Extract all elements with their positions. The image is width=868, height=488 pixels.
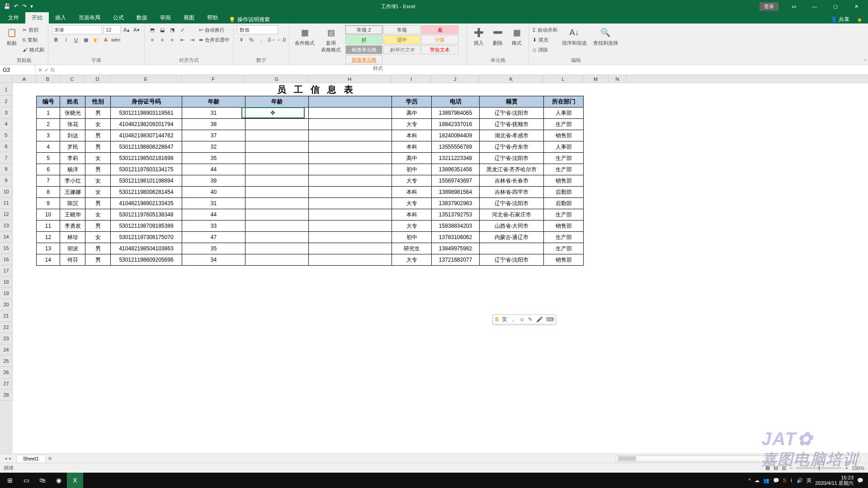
copy-button[interactable]: ⎘ 复制 bbox=[23, 35, 44, 44]
percent-icon[interactable]: % bbox=[247, 36, 255, 44]
table-cell[interactable]: 生产部 bbox=[544, 232, 584, 243]
col-header[interactable]: G bbox=[245, 75, 308, 83]
row-header[interactable]: 7 bbox=[0, 152, 13, 164]
zoom-slider[interactable] bbox=[796, 467, 841, 469]
table-cell[interactable]: 女 bbox=[85, 119, 111, 130]
find-select-button[interactable]: 🔍查找和选择 bbox=[591, 25, 620, 47]
table-cell[interactable]: 辽宁省-丹东市 bbox=[480, 141, 544, 153]
cells-area[interactable]: 员 工 信 息 表 编号姓名性别身份证号码年龄年龄学历电话籍贯所在部门1张晓光男… bbox=[13, 83, 868, 454]
col-header[interactable]: D bbox=[85, 75, 110, 83]
table-cell[interactable]: 530121198709185389 bbox=[111, 221, 182, 232]
tab-file[interactable]: 文件 bbox=[2, 12, 25, 23]
table-cell[interactable] bbox=[245, 153, 309, 164]
tab-formulas[interactable]: 公式 bbox=[107, 12, 130, 23]
row-header[interactable]: 2 bbox=[0, 96, 13, 107]
italic-button[interactable]: I bbox=[62, 36, 70, 44]
save-icon[interactable]: 💾 bbox=[4, 3, 10, 9]
table-cell[interactable]: 后勤部 bbox=[544, 187, 584, 198]
table-cell[interactable]: 内蒙古-通辽市 bbox=[480, 232, 544, 243]
table-cell[interactable] bbox=[309, 254, 392, 266]
style-bad[interactable]: 差 bbox=[421, 25, 458, 34]
table-cell[interactable] bbox=[309, 209, 392, 221]
row-header[interactable]: 19 bbox=[0, 288, 13, 299]
table-cell[interactable]: 山西省-大同市 bbox=[480, 221, 544, 232]
sheet-nav-last-icon[interactable]: ▸ bbox=[9, 455, 12, 461]
row-header[interactable]: 1 bbox=[0, 83, 13, 96]
col-header[interactable]: A bbox=[13, 75, 36, 83]
table-cell[interactable]: 530121197603134175 bbox=[111, 164, 182, 175]
table-cell[interactable]: 4 bbox=[37, 141, 60, 153]
table-cell[interactable]: 13211223348 bbox=[432, 153, 480, 164]
table-cell[interactable] bbox=[309, 130, 392, 141]
phonetic-button[interactable]: wén bbox=[112, 36, 120, 44]
table-cell[interactable] bbox=[245, 209, 309, 221]
align-top-icon[interactable]: ⬒ bbox=[148, 26, 156, 34]
comma-icon[interactable]: , bbox=[257, 36, 265, 44]
table-cell[interactable] bbox=[245, 164, 309, 175]
table-cell[interactable]: 王晓华 bbox=[60, 209, 85, 221]
col-header[interactable]: E bbox=[110, 75, 182, 83]
table-cell[interactable]: 530121197308175070 bbox=[111, 232, 182, 243]
tray-network-icon[interactable]: 🔊 bbox=[797, 478, 803, 483]
table-cell[interactable] bbox=[245, 221, 309, 232]
table-cell[interactable]: 罗民 bbox=[60, 141, 85, 153]
tray-ime-icon[interactable]: 英 bbox=[807, 477, 811, 484]
ime-toolbar[interactable]: S 英 ， ☺ ✎ 🎤 ⌨ bbox=[493, 314, 556, 324]
tab-layout[interactable]: 页面布局 bbox=[72, 12, 107, 23]
style-explain[interactable]: 解释性文本 bbox=[383, 45, 420, 54]
table-cell[interactable]: 530121197605138348 bbox=[111, 209, 182, 221]
table-cell[interactable]: 33 bbox=[182, 221, 245, 232]
table-cell[interactable]: 生产部 bbox=[544, 209, 584, 221]
tab-review[interactable]: 审阅 bbox=[154, 12, 177, 23]
table-cell[interactable]: 男 bbox=[85, 141, 111, 153]
table-cell[interactable]: 38 bbox=[182, 119, 245, 130]
table-cell[interactable] bbox=[245, 108, 309, 119]
task-view-icon[interactable]: ▭ bbox=[18, 473, 34, 488]
table-cell[interactable]: 1 bbox=[37, 108, 60, 119]
table-cell[interactable]: 13 bbox=[37, 243, 60, 254]
row-header[interactable]: 6 bbox=[0, 141, 13, 152]
table-cell[interactable]: 15838834203 bbox=[432, 221, 480, 232]
paste-button[interactable]: 📋 粘贴 bbox=[4, 25, 20, 47]
row-header[interactable]: 18 bbox=[0, 277, 13, 288]
ime-punct[interactable]: ， bbox=[510, 316, 516, 324]
sort-filter-button[interactable]: A↓排序和筛选 bbox=[560, 25, 589, 47]
name-box[interactable]: G3 bbox=[0, 65, 35, 75]
table-cell[interactable]: 530121198808228647 bbox=[111, 141, 182, 153]
table-header-cell[interactable]: 籍贯 bbox=[480, 96, 544, 108]
table-cell[interactable]: 7 bbox=[37, 175, 60, 187]
table-cell[interactable]: 杨洋 bbox=[60, 164, 85, 175]
store-icon[interactable]: 🛍 bbox=[34, 473, 51, 488]
row-header[interactable]: 9 bbox=[0, 175, 13, 186]
table-cell[interactable]: 辽宁省-沈阳市 bbox=[480, 198, 544, 209]
tab-help[interactable]: 帮助 bbox=[201, 12, 224, 23]
redo-icon[interactable]: ↷ bbox=[22, 3, 27, 9]
row-header[interactable]: 12 bbox=[0, 209, 13, 220]
underline-button[interactable]: U bbox=[72, 36, 80, 44]
table-cell[interactable] bbox=[245, 175, 309, 187]
table-cell[interactable] bbox=[245, 130, 309, 141]
table-cell[interactable]: 男 bbox=[85, 243, 111, 254]
cancel-formula-icon[interactable]: ✕ bbox=[38, 67, 42, 73]
tray-wechat-icon[interactable]: 💬 bbox=[773, 478, 779, 483]
chrome-icon[interactable]: ◉ bbox=[51, 473, 67, 488]
table-header-cell[interactable]: 编号 bbox=[37, 96, 60, 108]
scroll-thumb[interactable] bbox=[618, 456, 636, 461]
table-cell[interactable]: 男 bbox=[85, 164, 111, 175]
table-cell[interactable]: 40 bbox=[182, 187, 245, 198]
sheet-tab[interactable]: Sheet1 bbox=[16, 455, 46, 462]
table-cell[interactable]: 女 bbox=[85, 232, 111, 243]
row-header[interactable]: 15 bbox=[0, 243, 13, 254]
row-header[interactable]: 16 bbox=[0, 254, 13, 265]
table-cell[interactable]: 13897984065 bbox=[432, 108, 480, 119]
row-header[interactable]: 8 bbox=[0, 164, 13, 175]
table-cell[interactable]: 大专 bbox=[392, 119, 432, 130]
table-cell[interactable] bbox=[245, 243, 309, 254]
row-header[interactable]: 28 bbox=[0, 389, 13, 401]
table-cell[interactable]: 后勤部 bbox=[544, 198, 584, 209]
smiley-icon[interactable]: ☻ bbox=[857, 17, 863, 23]
table-header-cell[interactable]: 学历 bbox=[392, 96, 432, 108]
fx-icon[interactable]: fx bbox=[51, 67, 55, 73]
table-cell[interactable]: 男 bbox=[85, 130, 111, 141]
table-cell[interactable]: 销售部 bbox=[544, 254, 584, 266]
